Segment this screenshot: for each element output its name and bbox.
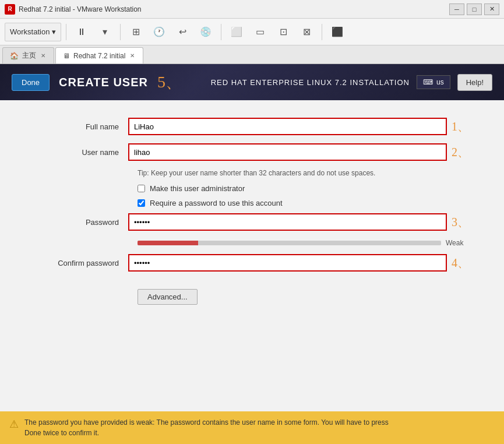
require-password-checkbox[interactable] <box>138 199 145 207</box>
confirm-label: Confirm password <box>35 259 128 267</box>
done-button-container: Done <box>12 74 50 91</box>
tab-vm-label: Redhat 7.2 initial <box>73 52 125 60</box>
view-button3[interactable]: ⊠ <box>296 23 317 41</box>
title-bar: R Redhat 7.2 initial - VMware Workstatio… <box>0 0 504 19</box>
fullname-label: Full name <box>35 122 128 131</box>
keyboard-indicator[interactable]: ⌨ us <box>417 75 450 89</box>
tab-bar: 🏠 主页 ✕ 🖥 Redhat 7.2 initial ✕ <box>0 45 504 64</box>
tab-vm[interactable]: 🖥 Redhat 7.2 initial ✕ <box>55 47 143 64</box>
workstation-label: Workstation <box>10 27 50 36</box>
password-row: Password 3、 <box>35 213 469 231</box>
strength-bar <box>138 241 198 245</box>
tab-vm-close[interactable]: ✕ <box>129 52 136 59</box>
require-password-label: Require a password to use this account <box>150 199 283 207</box>
step-number: 5、 <box>157 71 182 93</box>
admin-checkbox-row: Make this user administrator <box>138 184 469 193</box>
tab-vm-icon: 🖥 <box>63 52 70 60</box>
rhel-installer: Done CREATE USER 5、 RED HAT ENTERPRISE L… <box>0 64 504 444</box>
done-button[interactable]: Done <box>12 74 50 91</box>
keyboard-icon: ⌨ <box>423 78 433 86</box>
workstation-menu-button[interactable]: Workstation ▾ <box>5 23 61 41</box>
header-left: Done CREATE USER 5、 <box>12 71 182 93</box>
toolbar-separator-4 <box>322 24 322 40</box>
vm-settings-button[interactable]: ⊞ <box>125 23 146 41</box>
toolbar-separator-1 <box>66 24 66 40</box>
window-title: Redhat 7.2 initial - VMware Workstation <box>19 5 449 13</box>
create-user-title: CREATE USER <box>59 76 148 89</box>
toolbar-separator-3 <box>221 24 221 40</box>
keyboard-lang: us <box>436 78 444 86</box>
strength-bar-container <box>138 241 441 245</box>
warning-icon: ⚠ <box>9 418 19 431</box>
toolbar-separator-2 <box>120 24 121 40</box>
fullname-row: Full name 1、 <box>35 118 469 135</box>
password-strength-row: Weak <box>138 239 469 247</box>
app-icon-text: R <box>8 6 12 12</box>
username-row: User name 2、 <box>35 143 469 161</box>
tip-text: Tip: Keep your user name shorter than 32… <box>138 169 469 177</box>
app-icon: R <box>5 4 15 15</box>
full-screen-button[interactable]: ⬜ <box>226 23 247 41</box>
warning-bar: ⚠ The password you have provided is weak… <box>0 411 504 444</box>
rhel-title: RED HAT ENTERPRISE LINUX 7.2 INSTALLATIO… <box>211 78 410 87</box>
fullname-input[interactable] <box>128 118 447 135</box>
window-controls: ─ □ ✕ <box>449 3 499 15</box>
pause-dropdown-button[interactable]: ▾ <box>94 23 115 41</box>
tab-home-close[interactable]: ✕ <box>40 52 47 59</box>
header-right: RED HAT ENTERPRISE LINUX 7.2 INSTALLATIO… <box>211 74 492 91</box>
tab-home-label: 主页 <box>22 51 36 61</box>
installer-header: Done CREATE USER 5、 RED HAT ENTERPRISE L… <box>0 64 504 100</box>
admin-checkbox[interactable] <box>138 185 145 192</box>
view-button1[interactable]: ▭ <box>249 23 270 41</box>
password-label: Password <box>35 218 128 227</box>
confirm-row: Confirm password 4、 <box>35 254 469 272</box>
strength-label: Weak <box>446 239 469 247</box>
password-annotation: 3、 <box>452 214 469 230</box>
confirm-input[interactable] <box>128 254 447 272</box>
username-input[interactable] <box>128 143 447 161</box>
tab-home[interactable]: 🏠 主页 ✕ <box>2 47 54 64</box>
close-button[interactable]: ✕ <box>484 3 499 15</box>
confirm-annotation: 4、 <box>452 255 469 271</box>
workstation-dropdown-icon: ▾ <box>52 27 56 36</box>
form-area: Full name 1、 User name 2、 Tip: Keep your… <box>0 100 504 411</box>
vm-content: Done CREATE USER 5、 RED HAT ENTERPRISE L… <box>0 64 504 444</box>
maximize-button[interactable]: □ <box>467 3 482 15</box>
password-input[interactable] <box>128 213 447 231</box>
admin-checkbox-label: Make this user administrator <box>150 184 245 193</box>
username-label: User name <box>35 148 128 157</box>
toolbar: Workstation ▾ ⏸ ▾ ⊞ 🕐 ↩ 💿 ⬜ ▭ ⊡ ⊠ ⬛ <box>0 19 504 45</box>
cd-button[interactable]: 💿 <box>195 23 216 41</box>
revert-button[interactable]: ↩ <box>172 23 193 41</box>
pause-button[interactable]: ⏸ <box>71 23 92 41</box>
minimize-button[interactable]: ─ <box>449 3 464 15</box>
unity-button[interactable]: ⬛ <box>327 23 348 41</box>
fullname-annotation: 1、 <box>452 119 469 135</box>
warning-text: The password you have provided is weak: … <box>24 417 389 438</box>
advanced-button[interactable]: Advanced... <box>138 289 198 305</box>
tab-home-icon: 🏠 <box>10 52 19 60</box>
view-button2[interactable]: ⊡ <box>273 23 294 41</box>
snapshot-button[interactable]: 🕐 <box>149 23 170 41</box>
help-button[interactable]: Help! <box>457 74 492 91</box>
username-annotation: 2、 <box>452 145 469 160</box>
require-password-row: Require a password to use this account <box>138 199 469 207</box>
